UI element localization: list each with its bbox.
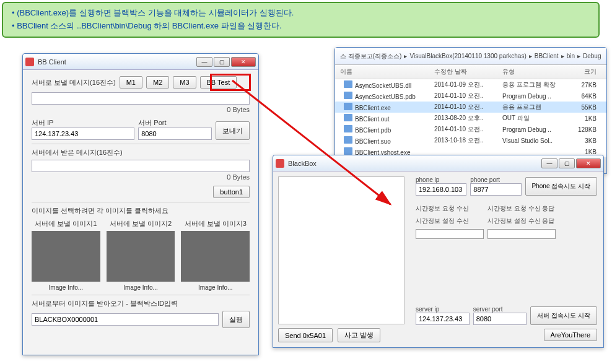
app-icon xyxy=(276,159,284,168)
file-icon xyxy=(344,147,352,155)
image-instruction-label: 이미지를 선택하려면 각 이미지를 클릭하세요 xyxy=(32,206,250,215)
file-icon xyxy=(344,80,352,88)
time-req-resp-label: 시간정보 요청 수신 응답 xyxy=(487,204,554,213)
bb-server-port-input[interactable] xyxy=(473,313,527,325)
blackbox-title: BlackBox xyxy=(288,160,541,167)
col-size[interactable]: 크기 xyxy=(564,67,601,76)
instruction-panel: • (BBClient.exe)를 실행하면 블랙박스 기능을 대체하는 시뮬레… xyxy=(2,2,600,38)
bb-server-ip-input[interactable] xyxy=(416,313,470,325)
crumb-4[interactable]: Debug xyxy=(583,53,601,59)
recv-message-input[interactable] xyxy=(32,160,250,172)
bbclient-body: 서버로 보낼 메시지(16진수) M1 M2 M3 BB Test 0 Byte… xyxy=(23,70,258,355)
phone-ip-input[interactable] xyxy=(416,183,466,196)
file-row[interactable]: AsyncSocketUBS.pdb2014-01-10 오전..Program… xyxy=(335,90,606,102)
recv-bytes-label: 0 Bytes xyxy=(32,173,250,181)
image2-info: Image Info... xyxy=(107,284,175,291)
phone-port-label: phone port xyxy=(470,176,521,183)
image3-info: Image Info... xyxy=(181,284,250,291)
preview-area xyxy=(278,176,404,324)
image1-label: 서버에 보낼 이미지1 xyxy=(32,219,100,228)
send-message-input[interactable] xyxy=(32,92,250,105)
file-row[interactable]: AsyncSocketUBS.dll2014-01-09 오전..응용 프로그램… xyxy=(335,79,606,90)
server-port-label: 서버 Port xyxy=(138,118,212,128)
col-date[interactable]: 수정한 날짜 xyxy=(434,67,502,76)
maximize-button[interactable]: ▢ xyxy=(559,158,575,168)
minimize-button[interactable]: — xyxy=(196,57,212,67)
maximize-button[interactable]: ▢ xyxy=(214,57,230,67)
phone-port-input[interactable] xyxy=(470,183,521,196)
image1-info: Image Info... xyxy=(32,284,100,291)
bbclient-titlebar[interactable]: BB Client — ▢ ✕ xyxy=(23,54,258,70)
crumb-2[interactable]: BBClient xyxy=(535,53,559,59)
file-icon xyxy=(344,92,352,99)
button1[interactable]: button1 xyxy=(213,186,250,198)
phone-ip-label: phone ip xyxy=(416,176,466,183)
server-port-input[interactable] xyxy=(138,128,212,140)
blackbox-id-input[interactable] xyxy=(32,313,219,326)
instruction-line2: • BBClient 소스의 ..BBClient\bin\Debug 하의 B… xyxy=(12,20,590,33)
phone-connect-button[interactable]: Phone 접속시도 시작 xyxy=(525,177,597,196)
image3-label: 서버에 보낼 이미지3 xyxy=(181,219,250,228)
instruction-line1: • (BBClient.exe)를 실행하면 블랙박스 기능을 대체하는 시뮬레… xyxy=(12,7,590,20)
m3-button[interactable]: M3 xyxy=(173,76,196,89)
areyouthere-button[interactable]: AreYouThere xyxy=(544,329,597,341)
explorer-header: 이름 수정한 날짜 유형 크기 xyxy=(335,65,606,79)
m1-button[interactable]: M1 xyxy=(120,76,142,89)
file-icon xyxy=(344,125,352,132)
close-button[interactable]: ✕ xyxy=(231,57,256,67)
run-button[interactable]: 실행 xyxy=(222,311,250,328)
m2-button[interactable]: M2 xyxy=(146,76,169,89)
server-ip-label: 서버 IP xyxy=(32,118,134,128)
send-bytes-label: 0 Bytes xyxy=(32,106,250,113)
blackbox-titlebar[interactable]: BlackBox — ▢ ✕ xyxy=(273,155,603,171)
crumb-3[interactable]: bin xyxy=(567,53,575,59)
file-row[interactable]: BBClient.pdb2014-01-10 오전..Program Debug… xyxy=(335,124,606,135)
bbclient-window: BB Client — ▢ ✕ 서버로 보낼 메시지(16진수) M1 M2 M… xyxy=(22,53,259,355)
bbclient-title: BB Client xyxy=(38,58,196,66)
app-icon xyxy=(25,58,34,66)
send-0x5a01-button[interactable]: Send 0x5A01 xyxy=(278,328,333,342)
progress-bar-1 xyxy=(416,229,484,239)
col-name[interactable]: 이름 xyxy=(335,67,434,76)
file-row[interactable]: BBClient.exe2014-01-10 오전..응용 프로그램55KB xyxy=(335,102,606,113)
server-port-label: server port xyxy=(473,306,527,313)
time-set-resp-label: 시간정보 설정 수신 응답 xyxy=(487,217,554,225)
fetch-image-label: 서버로부터 이미지를 받아오기 - 블랙박스ID입력 xyxy=(32,299,250,308)
file-icon xyxy=(344,136,352,144)
file-row[interactable]: BBClient.out2013-08-20 오후..OUT 파일1KB xyxy=(335,113,606,124)
time-set-label: 시간정보 설정 수신 xyxy=(416,217,484,225)
image2-thumb[interactable] xyxy=(107,231,175,282)
minimize-button[interactable]: — xyxy=(541,158,557,168)
file-row[interactable]: BBClient.suo2013-10-18 오전..Visual Studio… xyxy=(335,135,606,146)
image3-thumb[interactable] xyxy=(181,231,250,282)
image1-thumb[interactable] xyxy=(32,231,100,282)
server-ip-input[interactable] xyxy=(32,128,134,140)
send-message-label: 서버로 보낼 메시지(16진수) xyxy=(32,78,116,87)
blackbox-window: BlackBox — ▢ ✕ Send 0x5A01 사고 발생 phone i… xyxy=(273,155,604,348)
file-icon xyxy=(344,114,352,121)
send-button[interactable]: 보내기 xyxy=(216,121,250,140)
file-icon xyxy=(344,103,352,110)
explorer-breadcrumb[interactable]: 스 최종보고(최종소스)▸ VisualBlackBox(20140110 13… xyxy=(335,48,606,65)
image2-label: 서버에 보낼 이미지2 xyxy=(107,219,175,228)
progress-bar-2 xyxy=(487,229,556,239)
highlight-bbtest xyxy=(210,74,251,91)
accident-button[interactable]: 사고 발생 xyxy=(338,328,380,342)
server-connect-button[interactable]: 서버 접속시도 시작 xyxy=(530,306,597,325)
close-button[interactable]: ✕ xyxy=(576,158,601,168)
server-ip-label: server ip xyxy=(416,306,470,313)
col-type[interactable]: 유형 xyxy=(502,67,564,76)
recv-message-label: 서버에서 받은 메시지(16진수) xyxy=(32,148,250,157)
time-req-label: 시간정보 요청 수신 xyxy=(416,204,484,213)
crumb-0[interactable]: 스 최종보고(최종소스) xyxy=(340,52,401,61)
crumb-1[interactable]: VisualBlackBox(20140110 1300 parkchas) xyxy=(409,53,526,59)
